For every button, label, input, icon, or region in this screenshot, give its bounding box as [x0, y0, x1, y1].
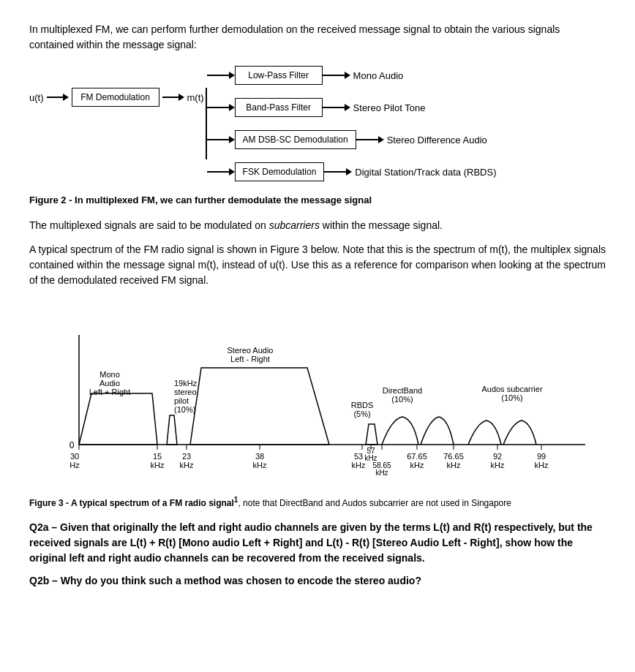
block-diagram: u(t) FM Demodulation m(t) Low-	[29, 66, 606, 181]
para2: A typical spectrum of the FM radio signa…	[29, 242, 606, 288]
branch1-arrow	[207, 72, 235, 79]
anno-mono-2: Audio	[99, 379, 120, 388]
branch2-arrow	[207, 104, 235, 111]
stereo-audio-shape	[190, 368, 329, 445]
label-38khz-1: 38	[255, 452, 264, 461]
branch-bpf: Band-Pass Filter Stereo Pilot Tone	[207, 98, 497, 117]
branch-dsbsc: AM DSB-SC Demodulation Stereo Difference…	[207, 130, 497, 149]
anno-stereo-1: Stereo Audio	[228, 346, 274, 355]
anno-audos-2: (10%)	[501, 393, 522, 402]
branch4-arrow	[207, 168, 235, 175]
label-6765khz-1: 67.65	[407, 452, 427, 461]
midpoint-label: m(t)	[187, 92, 204, 103]
fsk-box: FSK Demodulation	[235, 162, 325, 181]
anno-pilot-1: 19kHz	[174, 379, 198, 388]
fig3-caption: Figure 3 - A typical spectrum of a FM ra…	[29, 494, 606, 510]
q2a: Q2a – Given that originally the left and…	[29, 520, 606, 566]
q2b: Q2b – Why do you think such a method was…	[29, 573, 606, 589]
anno-rbds-1: RBDS	[351, 401, 374, 409]
label-53khz-2: kHz	[352, 461, 366, 469]
label-7665khz-1: 76.65	[443, 452, 464, 461]
branch2-arrow2	[323, 104, 350, 111]
label-38khz-2: kHz	[253, 461, 267, 469]
branch3-arrow	[207, 136, 235, 143]
anno-mono-1: Mono	[99, 370, 120, 379]
spectrum-svg: 0	[44, 298, 615, 488]
fm-demodulation-box: FM Demodulation	[72, 88, 159, 107]
fig3-footnote: , note that DirectBand and Audos subcarr…	[238, 498, 511, 508]
anno-pilot-3: pilot	[174, 396, 189, 405]
output-digital: Digital Station/Track data (RBDS)	[355, 167, 496, 178]
output-stereo-diff: Stereo Difference Audio	[387, 135, 487, 146]
splitter-section: Low-Pass Filter Mono Audio Band-Pass Fil…	[206, 66, 497, 181]
label-23khz-2: kHz	[180, 461, 194, 469]
mono-audio-shape	[79, 393, 157, 445]
audos-shape2	[503, 420, 536, 445]
bpf-box: Band-Pass Filter	[235, 98, 323, 117]
y-axis-zero: 0	[69, 440, 75, 450]
dsbsc-box: AM DSB-SC Demodulation	[235, 130, 356, 149]
label-7665khz-2: kHz	[447, 461, 461, 469]
branches-container: Low-Pass Filter Mono Audio Band-Pass Fil…	[207, 66, 497, 181]
label-30hz-2: Hz	[69, 461, 80, 469]
input-section: u(t) FM Demodulation m(t)	[29, 66, 206, 107]
intro-text: In multiplexed FM, we can perform furthe…	[29, 22, 606, 53]
anno-audos-1: Audos subcarrier	[481, 385, 542, 393]
spectrum-diagram: 0	[29, 298, 606, 488]
anno-rbds-2: (5%)	[353, 409, 370, 418]
branch4-arrow2	[324, 168, 352, 175]
audos-shape1	[468, 420, 501, 445]
label-92khz-2: kHz	[491, 461, 505, 469]
rbds-shape	[366, 424, 377, 445]
fig2-caption: Figure 2 - In multiplexed FM, we can fur…	[29, 193, 606, 208]
output-mono: Mono Audio	[353, 70, 404, 81]
anno-db-1: DirectBand	[383, 386, 422, 395]
label-92khz-1: 92	[493, 452, 502, 461]
label-99khz-1: 99	[537, 452, 546, 461]
label-99khz-2: kHz	[535, 461, 549, 469]
label-53khz-1: 53	[354, 452, 363, 461]
fig3-caption-text: Figure 3 - A typical spectrum of a FM ra…	[29, 498, 238, 508]
branch1-arrow2	[323, 72, 350, 79]
vertical-line	[206, 66, 207, 181]
arrow-to-mt	[162, 94, 184, 101]
pilot-tone-shape	[167, 415, 177, 445]
anno-pilot-4: (10%)	[174, 405, 195, 414]
anno-pilot-2: stereo	[174, 388, 197, 396]
label-5865khz-2: kHz	[375, 469, 388, 477]
label-15khz-2: kHz	[151, 461, 165, 469]
label-15khz-1: 15	[153, 452, 162, 461]
lpf-box: Low-Pass Filter	[235, 66, 323, 85]
label-23khz-1: 23	[182, 452, 191, 461]
arrow-to-fm	[47, 94, 69, 101]
anno-stereo-2: Left - Right	[230, 355, 270, 363]
para1: The multiplexed signals are said to be m…	[29, 218, 606, 233]
anno-mono-3: Left + Right	[89, 388, 131, 396]
branch-lpf: Low-Pass Filter Mono Audio	[207, 66, 497, 85]
label-6765khz-2: kHz	[410, 461, 424, 469]
branch3-arrow2	[356, 136, 384, 143]
directband-shape	[382, 417, 418, 445]
anno-db-2: (10%)	[391, 395, 413, 404]
label-30hz-1: 30	[70, 452, 79, 461]
input-label: u(t)	[29, 92, 44, 103]
directband-shape2	[421, 417, 454, 445]
branch-fsk: FSK Demodulation Digital Station/Track d…	[207, 162, 497, 181]
output-stereo-pilot: Stereo Pilot Tone	[353, 102, 426, 113]
